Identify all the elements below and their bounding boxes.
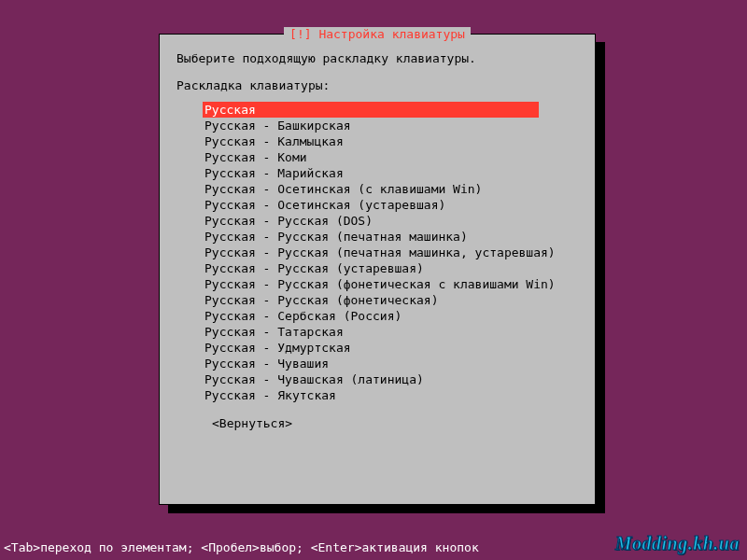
layout-option[interactable]: Русская - Коми <box>203 149 578 165</box>
back-button[interactable]: <Вернуться> <box>212 416 578 430</box>
layout-option[interactable]: Русская - Русская (печатная машинка, уст… <box>203 245 578 260</box>
layout-option[interactable]: Русская - Осетинская (с клавишами Win) <box>203 181 578 197</box>
watermark: Modding.kh.ua <box>615 533 740 554</box>
layout-option[interactable]: Русская <box>203 102 539 118</box>
layout-option[interactable]: Русская - Русская (устаревшая) <box>203 260 578 276</box>
dialog-title: [!] Настройка клавиатуры <box>284 27 471 41</box>
layout-option[interactable]: Русская - Марийская <box>203 165 578 181</box>
keyboard-layout-list[interactable]: РусскаяРусская - БашкирскаяРусская - Кал… <box>203 102 578 403</box>
layout-option[interactable]: Русская - Чувашская (латиница) <box>203 371 578 387</box>
layout-option[interactable]: Русская - Осетинская (устаревшая) <box>203 197 578 213</box>
layout-option[interactable]: Русская - Русская (фонетическая) <box>203 292 578 308</box>
dialog-title-row: [!] Настройка клавиатуры <box>160 27 595 41</box>
layout-option[interactable]: Русская - Башкирская <box>203 118 578 133</box>
layout-option[interactable]: Русская - Чувашия <box>203 356 578 371</box>
dialog-content: Выберите подходящую раскладку клавиатуры… <box>160 35 595 440</box>
layout-option[interactable]: Русская - Татарская <box>203 324 578 340</box>
layout-option[interactable]: Русская - Калмыцкая <box>203 133 578 149</box>
layout-option[interactable]: Русская - Русская (печатная машинка) <box>203 229 578 245</box>
layout-option[interactable]: Русская - Русская (DOS) <box>203 213 578 229</box>
prompt-text: Выберите подходящую раскладку клавиатуры… <box>176 51 578 65</box>
layout-option[interactable]: Русская - Якутская <box>203 387 578 403</box>
field-label: Раскладка клавиатуры: <box>176 78 578 92</box>
layout-option[interactable]: Русская - Русская (фонетическая с клавиш… <box>203 276 578 292</box>
layout-option[interactable]: Русская - Удмуртская <box>203 340 578 356</box>
layout-option[interactable]: Русская - Сербская (Россия) <box>203 308 578 324</box>
keyboard-config-dialog: [!] Настройка клавиатуры Выберите подход… <box>159 34 596 505</box>
